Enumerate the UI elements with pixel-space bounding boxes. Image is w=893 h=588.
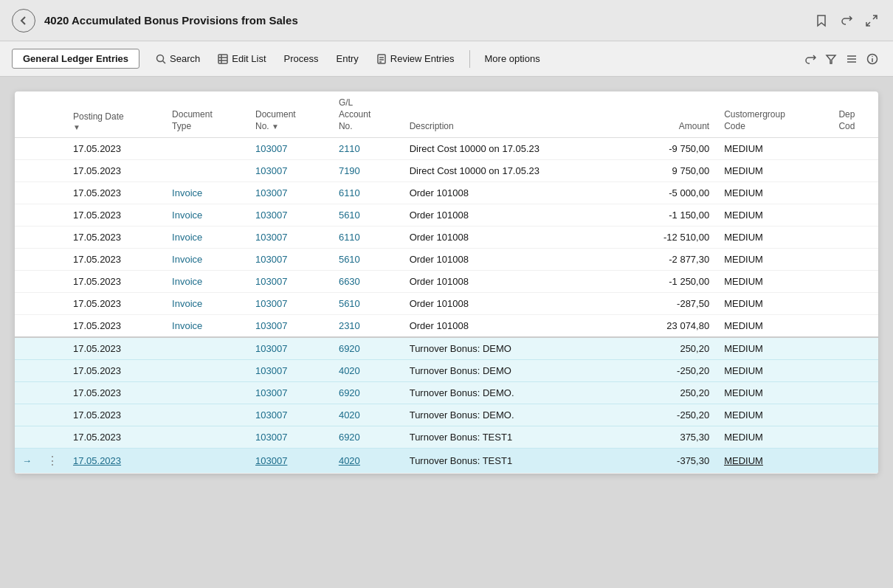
posting-date-cell: 17.05.2023 xyxy=(66,138,165,160)
arrow-cell xyxy=(15,160,39,182)
info-icon[interactable] xyxy=(863,50,881,68)
description-cell: Order 101008 xyxy=(402,315,625,338)
table-row[interactable]: 17.05.20231030076920Turnover Bonus: DEMO… xyxy=(15,337,878,360)
entry-button[interactable]: Entry xyxy=(328,49,365,68)
custgroup-code-cell: MEDIUM xyxy=(717,249,831,271)
bookmark-icon[interactable] xyxy=(812,11,831,30)
review-entries-button[interactable]: Review Entries xyxy=(369,49,462,68)
arrow-cell xyxy=(15,271,39,293)
arrow-cell: → xyxy=(15,449,39,474)
doc-type-cell: Invoice xyxy=(165,271,248,293)
dep-cod-cell xyxy=(831,182,878,204)
table-row[interactable]: 17.05.20231030076920Turnover Bonus: TEST… xyxy=(15,426,878,449)
gl-acct-no-cell: 4020 xyxy=(331,449,402,474)
table-row[interactable]: 17.05.2023Invoice1030075610Order 101008-… xyxy=(15,204,878,226)
share-toolbar-icon[interactable] xyxy=(801,50,819,68)
arrow-cell xyxy=(15,204,39,226)
description-cell: Order 101008 xyxy=(402,293,625,315)
table-row[interactable]: 17.05.20231030074020Turnover Bonus: DEMO… xyxy=(15,404,878,426)
doc-type-cell: Invoice xyxy=(165,226,248,249)
gl-acct-no-cell: 2310 xyxy=(331,315,402,338)
doc-no-cell: 103007 xyxy=(248,404,331,426)
doc-type-cell xyxy=(165,426,248,449)
doc-no-cell: 103007 xyxy=(248,249,331,271)
table-row[interactable]: 17.05.20231030077190Direct Cost 10000 on… xyxy=(15,160,878,182)
filter-icon[interactable] xyxy=(822,50,840,68)
custgroup-code-cell: MEDIUM xyxy=(717,382,831,404)
svg-marker-10 xyxy=(827,55,835,63)
description-cell: Order 101008 xyxy=(402,182,625,204)
table-row[interactable]: 17.05.2023Invoice1030075610Order 101008-… xyxy=(15,293,878,315)
edit-list-button[interactable]: Edit List xyxy=(210,49,273,68)
description-cell: Turnover Bonus: TEST1 xyxy=(402,426,625,449)
search-button[interactable]: Search xyxy=(148,49,207,68)
description-header: Description xyxy=(402,91,625,138)
ellipsis-cell[interactable]: ⋮ xyxy=(39,449,66,474)
doc-no-cell: 103007 xyxy=(248,182,331,204)
table-row[interactable]: 17.05.2023Invoice1030076110Order 101008-… xyxy=(15,226,878,249)
dep-cod-cell xyxy=(831,249,878,271)
posting-date-cell: 17.05.2023 xyxy=(66,271,165,293)
posting-date-cell: 17.05.2023 xyxy=(66,360,165,382)
description-cell: Order 101008 xyxy=(402,204,625,226)
process-button[interactable]: Process xyxy=(277,49,326,68)
top-bar-actions xyxy=(812,11,881,30)
ellipsis-cell xyxy=(39,360,66,382)
dep-cod-cell xyxy=(831,226,878,249)
ellipsis-cell xyxy=(39,404,66,426)
doc-type-cell: Invoice xyxy=(165,293,248,315)
arrow-cell xyxy=(15,382,39,404)
table-row[interactable]: 17.05.2023Invoice1030072310Order 1010082… xyxy=(15,315,878,338)
arrow-cell xyxy=(15,249,39,271)
doc-no-cell: 103007 xyxy=(248,382,331,404)
share-icon[interactable] xyxy=(837,11,856,30)
doc-no-cell: 103007 xyxy=(248,426,331,449)
ellipsis-cell xyxy=(39,426,66,449)
doc-no-cell: 103007 xyxy=(248,337,331,360)
doc-type-cell: Invoice xyxy=(165,315,248,338)
more-options-button[interactable]: More options xyxy=(477,49,548,68)
amount-cell: -250,20 xyxy=(625,404,717,426)
doc-no-filter-icon[interactable]: ▼ xyxy=(272,122,279,131)
table-container: Posting Date ▼ Document Type Document xyxy=(0,77,893,588)
gl-acct-no-cell: 4020 xyxy=(331,404,402,426)
arrow-cell xyxy=(15,182,39,204)
doc-type-cell: Invoice xyxy=(165,182,248,204)
table-row[interactable]: →⋮17.05.20231030074020Turnover Bonus: TE… xyxy=(15,449,878,474)
arrow-cell xyxy=(15,226,39,249)
dep-cod-header: Dep Cod xyxy=(831,91,878,138)
svg-point-0 xyxy=(157,55,164,61)
dep-cod-cell xyxy=(831,204,878,226)
doc-no-cell: 103007 xyxy=(248,449,331,474)
amount-cell: -2 877,30 xyxy=(625,249,717,271)
posting-date-cell: 17.05.2023 xyxy=(66,182,165,204)
arrow-cell xyxy=(15,337,39,360)
gl-acct-no-cell: 7190 xyxy=(331,160,402,182)
amount-cell: -250,20 xyxy=(625,360,717,382)
svg-point-16 xyxy=(872,55,872,56)
table-row[interactable]: 17.05.20231030074020Turnover Bonus: DEMO… xyxy=(15,360,878,382)
doc-type-cell: Invoice xyxy=(165,204,248,226)
doc-type-cell: Invoice xyxy=(165,249,248,271)
table-row[interactable]: 17.05.2023Invoice1030076110Order 101008-… xyxy=(15,182,878,204)
back-button[interactable] xyxy=(12,9,35,32)
table-row[interactable]: 17.05.2023Invoice1030076630Order 101008-… xyxy=(15,271,878,293)
ellipsis-cell xyxy=(39,226,66,249)
table-row[interactable]: 17.05.20231030072110Direct Cost 10000 on… xyxy=(15,138,878,160)
ellipsis-cell xyxy=(39,182,66,204)
amount-cell: 250,20 xyxy=(625,337,717,360)
ellipsis-cell xyxy=(39,315,66,338)
ellipsis-cell xyxy=(39,271,66,293)
list-icon[interactable] xyxy=(843,50,861,68)
posting-date-cell: 17.05.2023 xyxy=(66,404,165,426)
expand-icon[interactable] xyxy=(862,11,881,30)
ellipsis-cell xyxy=(39,337,66,360)
table-header-row: Posting Date ▼ Document Type Document xyxy=(15,91,878,138)
posting-date-filter-icon[interactable]: ▼ xyxy=(73,123,157,131)
gl-acct-no-cell: 5610 xyxy=(331,204,402,226)
table-row[interactable]: 17.05.20231030076920Turnover Bonus: DEMO… xyxy=(15,382,878,404)
toolbar-separator xyxy=(469,50,470,68)
dep-cod-cell xyxy=(831,426,878,449)
table-row[interactable]: 17.05.2023Invoice1030075610Order 101008-… xyxy=(15,249,878,271)
doc-type-cell xyxy=(165,138,248,160)
